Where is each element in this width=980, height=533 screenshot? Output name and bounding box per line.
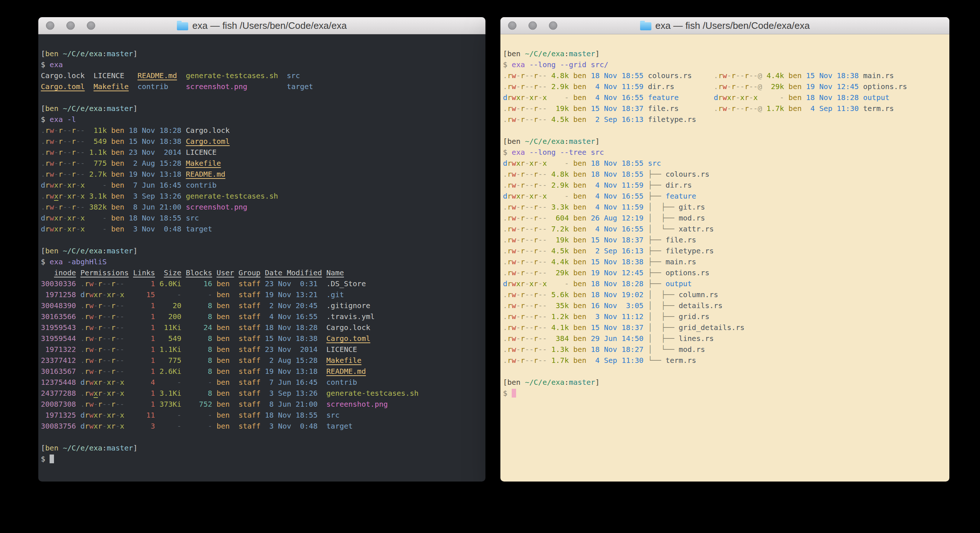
text-run: r [534, 279, 538, 288]
terminal-line: Cargo.lock LICENCE README.md generate-te… [41, 70, 484, 81]
text-run: - [547, 159, 569, 168]
text-run: src [318, 411, 340, 420]
text-run [261, 400, 265, 409]
text-run: x [94, 378, 98, 386]
text-run [643, 323, 648, 332]
text-run: r [520, 71, 525, 80]
text-run: w [89, 312, 93, 321]
text-run: x [542, 279, 547, 288]
text-run [643, 225, 648, 233]
text-run: │ ├── [648, 323, 678, 332]
text-run: Makefile [326, 356, 361, 365]
text-run: r [98, 345, 102, 354]
text-run: 15 [133, 290, 155, 299]
text-run: ben staff [212, 367, 261, 376]
zoom-button[interactable] [87, 22, 95, 30]
text-run [181, 290, 186, 299]
text-run: $ [503, 389, 512, 397]
window-titlebar[interactable]: exa — fish /Users/ben/Code/exa/exa [500, 17, 949, 34]
text-run: output [859, 93, 889, 102]
text-run [261, 389, 265, 397]
text-run: w [89, 422, 93, 431]
text-run: 18 Nov 18:28 [129, 126, 181, 135]
terminal-content[interactable]: [ben ~/C/e/exa:master]$ exa --long --gri… [500, 34, 949, 482]
text-run: exa [49, 257, 63, 266]
text-run [155, 378, 159, 386]
close-button[interactable] [46, 22, 54, 30]
text-run: r [534, 257, 538, 266]
terminal-line: .rw-r--r-- 2.7k ben 19 Nov 13:18 README.… [41, 169, 484, 180]
text-run [181, 137, 186, 146]
text-run: - [94, 345, 98, 354]
terminal-content[interactable]: [ben ~/C/e/exa:master]$ exaCargo.lock LI… [38, 34, 485, 482]
text-run: 1 [133, 279, 155, 288]
text-run [679, 93, 714, 102]
text-run: r [98, 312, 102, 321]
text-run [124, 345, 133, 354]
terminal-line: .rw-r--r-- 3.3k ben 4 Nov 11:59 │ ├── gi… [503, 201, 948, 212]
text-run: r [534, 323, 538, 332]
text-run: r [84, 389, 89, 397]
text-run: w [89, 378, 93, 386]
text-run: . [80, 389, 84, 397]
text-run [41, 268, 54, 277]
terminal-window-left[interactable]: exa — fish /Users/ben/Code/exa/exa [ben … [38, 17, 485, 482]
text-run [261, 323, 265, 332]
text-run: 752 [186, 400, 212, 409]
text-run: 4.4k [762, 71, 784, 80]
text-run: feature [643, 93, 678, 102]
text-run: ~/C/e/exa [525, 49, 564, 58]
zoom-button[interactable] [549, 22, 557, 30]
text-run: - [516, 203, 520, 211]
text-run: d [41, 214, 45, 222]
text-run: 18 Nov 18:28 [591, 279, 644, 288]
text-run: - [525, 191, 529, 200]
minimize-button[interactable] [66, 22, 75, 30]
terminal-line: $ [503, 388, 948, 399]
text-run: 549 [84, 137, 107, 146]
text-run [318, 367, 326, 376]
text-run: w [49, 225, 54, 233]
text-run: . [503, 82, 508, 91]
text-run: 4.1k [547, 323, 569, 332]
text-run: - [547, 279, 569, 288]
text-run: - [116, 290, 120, 299]
text-run: x [67, 225, 72, 233]
text-run: r [58, 170, 63, 179]
text-run: - [516, 312, 520, 321]
text-run: x [54, 191, 58, 200]
text-run: - [94, 312, 98, 321]
text-run [181, 159, 186, 168]
text-run: │ └── [648, 225, 678, 233]
text-run: dir.rs [643, 82, 674, 91]
text-run: 31959544 [41, 334, 76, 343]
text-run: r [520, 345, 525, 354]
text-run: r [45, 137, 49, 146]
terminal-line: [ben ~/C/e/exa:master] [503, 377, 948, 388]
text-run: -- [525, 323, 534, 332]
terminal-window-right[interactable]: exa — fish /Users/ben/Code/exa/exa [ben … [500, 17, 949, 482]
text-run: r [111, 334, 116, 343]
text-run: - [102, 411, 107, 420]
window-titlebar[interactable]: exa — fish /Users/ben/Code/exa/exa [38, 17, 485, 34]
text-run: : [565, 49, 569, 58]
text-run: [ben [503, 49, 525, 58]
text-run: Cargo.toml [186, 137, 229, 146]
text-run: 4 Nov 16:55 [591, 225, 644, 233]
text-run: - [94, 323, 98, 332]
text-run [587, 60, 591, 69]
text-run: r [520, 214, 525, 222]
text-run: 2.9k [547, 82, 569, 91]
text-run: 3 Nov 0:48 [265, 422, 318, 431]
text-run: -- [63, 203, 72, 211]
close-button[interactable] [508, 22, 517, 30]
text-run: ben staff [212, 323, 261, 332]
text-run [643, 181, 648, 190]
text-run: r [111, 367, 116, 376]
text-run: - [94, 400, 98, 409]
text-run: r [111, 301, 116, 310]
text-run: ben staff [212, 312, 261, 321]
text-run: Cargo.toml [41, 82, 84, 91]
minimize-button[interactable] [528, 22, 537, 30]
text-run: r [534, 214, 538, 222]
